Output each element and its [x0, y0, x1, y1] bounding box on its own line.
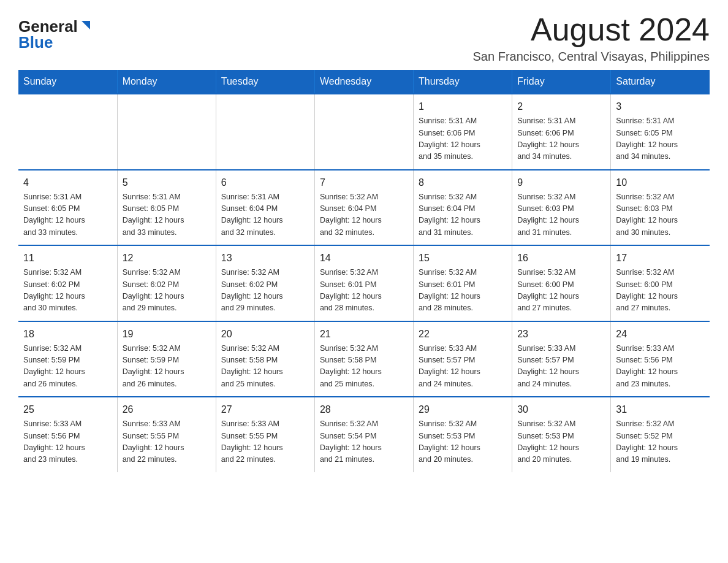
calendar-cell: 16Sunrise: 5:32 AMSunset: 6:00 PMDayligh… — [512, 245, 611, 321]
day-info: Sunrise: 5:32 AMSunset: 5:53 PMDaylight:… — [419, 418, 507, 466]
day-info: Sunrise: 5:31 AMSunset: 6:06 PMDaylight:… — [517, 115, 605, 163]
calendar-cell: 31Sunrise: 5:32 AMSunset: 5:52 PMDayligh… — [611, 397, 710, 472]
day-info: Sunrise: 5:32 AMSunset: 5:58 PMDaylight:… — [320, 343, 408, 391]
day-info: Sunrise: 5:32 AMSunset: 5:52 PMDaylight:… — [616, 418, 705, 466]
calendar-cell: 24Sunrise: 5:33 AMSunset: 5:56 PMDayligh… — [611, 321, 710, 397]
day-number: 14 — [320, 251, 408, 266]
calendar-cell: 2Sunrise: 5:31 AMSunset: 6:06 PMDaylight… — [512, 94, 611, 170]
day-info: Sunrise: 5:32 AMSunset: 5:59 PMDaylight:… — [23, 343, 112, 391]
month-title: August 2024 — [473, 12, 710, 47]
calendar-cell — [216, 94, 314, 170]
day-info: Sunrise: 5:32 AMSunset: 6:03 PMDaylight:… — [616, 191, 705, 239]
day-info: Sunrise: 5:32 AMSunset: 5:59 PMDaylight:… — [123, 343, 211, 391]
calendar-cell: 14Sunrise: 5:32 AMSunset: 6:01 PMDayligh… — [314, 245, 413, 321]
calendar-cell: 21Sunrise: 5:32 AMSunset: 5:58 PMDayligh… — [314, 321, 413, 397]
calendar-cell: 20Sunrise: 5:32 AMSunset: 5:58 PMDayligh… — [216, 321, 314, 397]
day-number: 7 — [320, 175, 408, 190]
calendar-cell: 27Sunrise: 5:33 AMSunset: 5:55 PMDayligh… — [216, 397, 314, 472]
calendar-cell: 10Sunrise: 5:32 AMSunset: 6:03 PMDayligh… — [611, 170, 710, 246]
calendar-cell: 17Sunrise: 5:32 AMSunset: 6:00 PMDayligh… — [611, 245, 710, 321]
day-number: 4 — [23, 175, 112, 190]
calendar-cell: 11Sunrise: 5:32 AMSunset: 6:02 PMDayligh… — [18, 245, 117, 321]
day-number: 18 — [23, 327, 112, 342]
logo-triangle-icon — [79, 18, 93, 32]
weekday-header-saturday: Saturday — [611, 70, 710, 94]
svg-marker-0 — [82, 21, 90, 29]
day-info: Sunrise: 5:33 AMSunset: 5:56 PMDaylight:… — [23, 418, 112, 466]
day-number: 19 — [123, 327, 211, 342]
calendar-cell — [117, 94, 216, 170]
calendar-cell: 19Sunrise: 5:32 AMSunset: 5:59 PMDayligh… — [117, 321, 216, 397]
day-info: Sunrise: 5:33 AMSunset: 5:56 PMDaylight:… — [616, 343, 705, 391]
day-number: 12 — [123, 251, 211, 266]
day-info: Sunrise: 5:31 AMSunset: 6:05 PMDaylight:… — [23, 191, 112, 239]
calendar-cell: 26Sunrise: 5:33 AMSunset: 5:55 PMDayligh… — [117, 397, 216, 472]
calendar-cell — [314, 94, 413, 170]
calendar-cell: 3Sunrise: 5:31 AMSunset: 6:05 PMDaylight… — [611, 94, 710, 170]
weekday-header-tuesday: Tuesday — [216, 70, 314, 94]
day-number: 15 — [419, 251, 507, 266]
calendar-cell: 25Sunrise: 5:33 AMSunset: 5:56 PMDayligh… — [18, 397, 117, 472]
day-info: Sunrise: 5:32 AMSunset: 6:01 PMDaylight:… — [419, 267, 507, 315]
day-number: 3 — [616, 99, 705, 114]
day-info: Sunrise: 5:31 AMSunset: 6:04 PMDaylight:… — [221, 191, 309, 239]
day-info: Sunrise: 5:32 AMSunset: 6:02 PMDaylight:… — [123, 267, 211, 315]
day-number: 27 — [221, 402, 309, 417]
calendar-cell: 12Sunrise: 5:32 AMSunset: 6:02 PMDayligh… — [117, 245, 216, 321]
day-info: Sunrise: 5:32 AMSunset: 6:02 PMDaylight:… — [23, 267, 112, 315]
calendar-cell: 23Sunrise: 5:33 AMSunset: 5:57 PMDayligh… — [512, 321, 611, 397]
day-number: 1 — [419, 99, 507, 114]
day-info: Sunrise: 5:32 AMSunset: 5:58 PMDaylight:… — [221, 343, 309, 391]
weekday-header-row: SundayMondayTuesdayWednesdayThursdayFrid… — [18, 70, 710, 94]
day-number: 22 — [419, 327, 507, 342]
logo: General Blue — [18, 18, 93, 50]
day-number: 6 — [221, 175, 309, 190]
day-info: Sunrise: 5:32 AMSunset: 6:02 PMDaylight:… — [221, 267, 309, 315]
calendar-cell: 18Sunrise: 5:32 AMSunset: 5:59 PMDayligh… — [18, 321, 117, 397]
day-info: Sunrise: 5:32 AMSunset: 6:04 PMDaylight:… — [419, 191, 507, 239]
day-number: 17 — [616, 251, 705, 266]
day-number: 16 — [517, 251, 605, 266]
day-number: 11 — [23, 251, 112, 266]
calendar-week-1: 1Sunrise: 5:31 AMSunset: 6:06 PMDaylight… — [18, 94, 710, 170]
day-info: Sunrise: 5:32 AMSunset: 6:03 PMDaylight:… — [517, 191, 605, 239]
day-info: Sunrise: 5:32 AMSunset: 6:04 PMDaylight:… — [320, 191, 408, 239]
weekday-header-monday: Monday — [117, 70, 216, 94]
day-info: Sunrise: 5:32 AMSunset: 6:00 PMDaylight:… — [517, 267, 605, 315]
calendar-cell: 30Sunrise: 5:32 AMSunset: 5:53 PMDayligh… — [512, 397, 611, 472]
day-number: 24 — [616, 327, 705, 342]
day-number: 25 — [23, 402, 112, 417]
location-title: San Francisco, Central Visayas, Philippi… — [473, 50, 710, 64]
calendar-cell: 4Sunrise: 5:31 AMSunset: 6:05 PMDaylight… — [18, 170, 117, 246]
weekday-header-sunday: Sunday — [18, 70, 117, 94]
day-number: 26 — [123, 402, 211, 417]
calendar-cell: 29Sunrise: 5:32 AMSunset: 5:53 PMDayligh… — [414, 397, 512, 472]
calendar-cell: 9Sunrise: 5:32 AMSunset: 6:03 PMDaylight… — [512, 170, 611, 246]
calendar-week-5: 25Sunrise: 5:33 AMSunset: 5:56 PMDayligh… — [18, 397, 710, 472]
day-number: 20 — [221, 327, 309, 342]
day-info: Sunrise: 5:33 AMSunset: 5:55 PMDaylight:… — [123, 418, 211, 466]
day-info: Sunrise: 5:31 AMSunset: 6:05 PMDaylight:… — [616, 115, 705, 163]
day-number: 13 — [221, 251, 309, 266]
day-info: Sunrise: 5:33 AMSunset: 5:57 PMDaylight:… — [517, 343, 605, 391]
day-number: 29 — [419, 402, 507, 417]
calendar-cell — [18, 94, 117, 170]
day-number: 31 — [616, 402, 705, 417]
weekday-header-friday: Friday — [512, 70, 611, 94]
calendar-cell: 5Sunrise: 5:31 AMSunset: 6:05 PMDaylight… — [117, 170, 216, 246]
calendar-cell: 8Sunrise: 5:32 AMSunset: 6:04 PMDaylight… — [414, 170, 512, 246]
logo-blue-text: Blue — [18, 34, 53, 50]
day-info: Sunrise: 5:33 AMSunset: 5:55 PMDaylight:… — [221, 418, 309, 466]
calendar-cell: 22Sunrise: 5:33 AMSunset: 5:57 PMDayligh… — [414, 321, 512, 397]
day-number: 28 — [320, 402, 408, 417]
day-number: 2 — [517, 99, 605, 114]
day-number: 9 — [517, 175, 605, 190]
calendar-week-3: 11Sunrise: 5:32 AMSunset: 6:02 PMDayligh… — [18, 245, 710, 321]
calendar-table: SundayMondayTuesdayWednesdayThursdayFrid… — [18, 70, 710, 472]
calendar-week-4: 18Sunrise: 5:32 AMSunset: 5:59 PMDayligh… — [18, 321, 710, 397]
calendar-cell: 7Sunrise: 5:32 AMSunset: 6:04 PMDaylight… — [314, 170, 413, 246]
day-number: 5 — [123, 175, 211, 190]
day-number: 8 — [419, 175, 507, 190]
calendar-cell: 15Sunrise: 5:32 AMSunset: 6:01 PMDayligh… — [414, 245, 512, 321]
logo-general-text: General — [18, 18, 78, 34]
